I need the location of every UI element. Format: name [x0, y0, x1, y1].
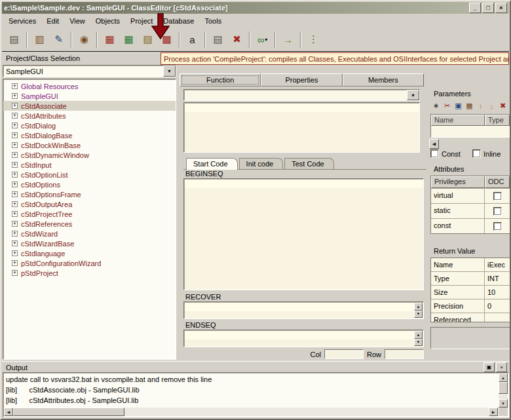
scroll-right-icon[interactable]: ▶ — [489, 408, 498, 416]
status-lights-icon[interactable]: ⋮ — [304, 31, 323, 48]
return-field-value[interactable]: iExec — [485, 258, 510, 271]
scrollbar-thumb[interactable] — [13, 408, 124, 416]
expander-icon[interactable]: + — [12, 231, 18, 237]
expander-icon[interactable]: + — [12, 103, 18, 109]
expander-icon[interactable]: + — [12, 123, 18, 128]
param-cut-icon[interactable]: ✂ — [442, 100, 453, 111]
tree-item[interactable]: + cStdAssociate — [3, 101, 176, 111]
minimize-button[interactable]: _ — [469, 3, 481, 13]
tree-item[interactable]: + Global Resources — [3, 81, 176, 91]
expander-icon[interactable]: + — [12, 93, 18, 99]
tree-item[interactable]: + cStdDialogBase — [3, 130, 176, 140]
expander-icon[interactable]: + — [12, 142, 18, 148]
return-field-value[interactable] — [485, 313, 510, 322]
param-delete-icon[interactable]: ✖ — [497, 100, 508, 111]
scroll-down-icon[interactable]: ▼ — [414, 339, 423, 347]
expander-icon[interactable]: + — [12, 132, 18, 138]
function-description-field[interactable] — [183, 102, 420, 153]
edit-class-icon[interactable]: ✎ — [49, 31, 68, 48]
menu-item[interactable]: Objects — [90, 15, 125, 27]
expander-icon[interactable]: + — [12, 211, 18, 217]
expander-icon[interactable]: + — [12, 83, 18, 89]
expander-icon[interactable]: + — [12, 191, 18, 197]
check-class-icon[interactable]: ▦ — [100, 31, 119, 48]
repository-icon[interactable]: ▥ — [30, 31, 49, 48]
scroll-up-icon[interactable]: ▲ — [499, 373, 508, 382]
tree-item[interactable]: + cStdProjectTree — [3, 209, 176, 219]
expander-icon[interactable]: + — [12, 260, 18, 266]
class-list-icon[interactable]: ▤ — [5, 31, 24, 48]
class-tree[interactable]: + Global Resources + SampleGUI + cStdAss… — [3, 79, 176, 360]
expander-icon[interactable]: + — [12, 270, 18, 276]
tree-item[interactable]: + cStdReferences — [3, 219, 176, 229]
tree-item[interactable]: + pStdConfigurationWizard — [3, 258, 176, 268]
expander-icon[interactable]: + — [12, 221, 18, 227]
scrollbar-thumb[interactable] — [499, 382, 508, 394]
output-vertical-scrollbar[interactable]: ▲ ▼ — [499, 373, 508, 408]
return-field-value[interactable]: 10 — [485, 286, 510, 299]
scroll-down-icon[interactable]: ▼ — [499, 399, 508, 408]
inline-checkbox[interactable] — [472, 149, 481, 158]
attribute-checkbox[interactable] — [493, 192, 502, 200]
editor-tab[interactable]: Function — [180, 73, 261, 86]
scroll-left-button[interactable]: ◀ — [429, 139, 439, 149]
tree-item[interactable]: + cStdOptionList — [3, 170, 176, 180]
code-subtab[interactable]: Test Code — [284, 158, 334, 169]
param-type-header[interactable]: Type — [485, 115, 510, 126]
chevron-down-icon[interactable]: ▼ — [407, 90, 419, 100]
text-search-icon[interactable]: a — [183, 31, 202, 48]
editor-tab[interactable]: Properties — [261, 73, 342, 86]
param-up-icon[interactable]: ↑ — [475, 100, 486, 111]
expander-icon[interactable]: + — [12, 250, 18, 256]
param-down-icon[interactable]: ↓ — [486, 100, 497, 111]
attribute-checkbox[interactable] — [493, 207, 502, 216]
expander-icon[interactable]: + — [12, 162, 18, 168]
check-all-icon[interactable]: ▦ — [119, 31, 138, 48]
tree-item[interactable]: + pStdProject — [3, 268, 176, 278]
tree-item[interactable]: + cStdDynamicWindow — [3, 150, 176, 160]
run-project-icon[interactable]: → — [278, 31, 297, 48]
tree-item[interactable]: + cStdDockWinBase — [3, 140, 176, 150]
scroll-down-icon[interactable]: ▼ — [414, 311, 423, 318]
delete-document-icon[interactable]: ✖ — [227, 31, 246, 48]
menu-item[interactable]: Tools — [199, 15, 227, 27]
expander-icon[interactable]: + — [12, 152, 18, 158]
output-panel[interactable]: update call to vsvars32.bat in vscompile… — [3, 372, 509, 417]
menu-item[interactable]: Services — [3, 15, 41, 27]
references-dropdown-icon[interactable]: ∞ — [253, 31, 272, 48]
close-button[interactable]: × — [495, 3, 507, 13]
param-paste-icon[interactable]: ▦ — [464, 100, 475, 111]
code-subtab[interactable]: Start Code — [186, 158, 238, 170]
recover-scrollbar[interactable]: ▲ ▼ — [414, 303, 423, 318]
expander-icon[interactable]: + — [12, 172, 18, 178]
menu-item[interactable]: Edit — [41, 15, 64, 27]
editor-tab[interactable]: Members — [343, 73, 424, 86]
param-name-header[interactable]: Name — [431, 115, 485, 126]
const-checkbox[interactable] — [430, 149, 439, 158]
tree-item[interactable]: + cStdlanguage — [3, 248, 176, 258]
session-icon[interactable]: ◉ — [75, 31, 94, 48]
param-list[interactable] — [431, 126, 510, 137]
output-horizontal-scrollbar[interactable]: ◀ ▶ — [4, 408, 498, 416]
tree-item[interactable]: + cStdWizardBase — [3, 239, 176, 248]
col-field[interactable] — [324, 349, 364, 359]
function-combo[interactable]: ▼ — [183, 89, 420, 101]
tree-item[interactable]: + cStdDialog — [3, 121, 176, 130]
tree-item[interactable]: + cStdWizard — [3, 229, 176, 239]
return-field-value[interactable]: INT — [485, 272, 510, 285]
project-combo[interactable]: SampleGUI ▼ — [3, 65, 176, 77]
title-bar[interactable]: e:\Sample\Sample.dev : SampleGUI - Class… — [2, 2, 509, 14]
beginseq-editor[interactable] — [183, 178, 424, 290]
tree-item[interactable]: + cStdInput — [3, 160, 176, 170]
menu-item[interactable]: View — [64, 15, 90, 27]
return-field-value[interactable]: 0 — [485, 299, 510, 313]
scroll-left-icon[interactable]: ◀ — [4, 408, 13, 416]
expander-icon[interactable]: + — [12, 240, 18, 246]
tree-item[interactable]: + cStdOptions — [3, 180, 176, 189]
endseq-scrollbar[interactable]: ▲ ▼ — [414, 331, 423, 346]
recover-editor[interactable]: ▲ ▼ — [183, 301, 424, 319]
tree-item[interactable]: + cStdOptionsFrame — [3, 189, 176, 199]
tree-item[interactable]: + cStdOutputArea — [3, 199, 176, 209]
dock-window-icon[interactable]: ▣ — [483, 362, 495, 372]
tree-item[interactable]: + cStdAttributes — [3, 111, 176, 121]
